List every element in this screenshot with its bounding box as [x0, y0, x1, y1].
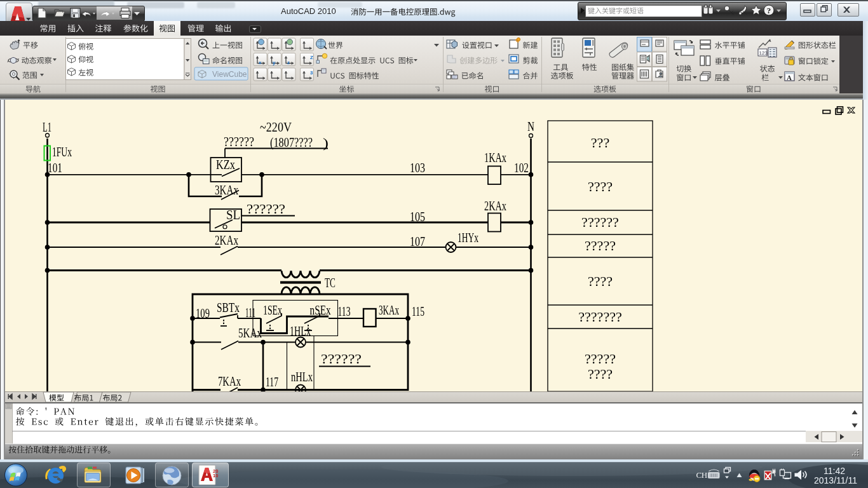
- svg-text:(1807????: (1807????: [270, 135, 313, 150]
- svg-text:7KAx: 7KAx: [218, 374, 241, 388]
- svg-text:1FUx: 1FUx: [52, 145, 72, 159]
- svg-text:???????: ???????: [578, 310, 622, 324]
- svg-text:3KAx: 3KAx: [215, 183, 238, 197]
- svg-text:??????: ??????: [247, 202, 285, 216]
- svg-text:2013/11/11: 2013/11/11: [814, 475, 857, 485]
- svg-text:101: 101: [48, 161, 62, 175]
- svg-text:??????: ??????: [224, 135, 254, 149]
- svg-text:2KAx: 2KAx: [215, 233, 238, 247]
- svg-text:109: 109: [196, 306, 210, 320]
- svg-text:117: 117: [266, 375, 278, 389]
- svg-text:CH: CH: [696, 470, 707, 480]
- svg-text:ViewCube: ViewCube: [212, 70, 247, 79]
- svg-text:Z: Z: [310, 55, 313, 60]
- svg-text:1HLx: 1HLx: [290, 324, 311, 338]
- svg-text:5KAx: 5KAx: [238, 326, 262, 340]
- svg-text:107: 107: [410, 234, 425, 248]
- svg-text:nHLx: nHLx: [291, 370, 313, 384]
- svg-text:????: ????: [588, 274, 613, 288]
- svg-text:3KAx: 3KAx: [379, 303, 399, 317]
- svg-text:?: ?: [767, 6, 771, 15]
- svg-text:SL: SL: [226, 208, 240, 222]
- svg-text:3: 3: [310, 70, 313, 76]
- svg-text:KZx: KZx: [216, 158, 235, 172]
- svg-text:TC: TC: [325, 276, 336, 290]
- svg-text:115: 115: [412, 304, 424, 318]
- svg-text:A: A: [787, 74, 792, 81]
- svg-text:N: N: [527, 119, 534, 133]
- svg-text:10: 10: [213, 473, 218, 478]
- svg-text:102: 102: [514, 161, 529, 175]
- svg-text:????: ????: [588, 180, 613, 194]
- svg-text:nSEx: nSEx: [310, 303, 331, 317]
- svg-text:x: x: [259, 60, 262, 65]
- svg-text:1HYx: 1HYx: [458, 231, 478, 245]
- svg-text:??????: ??????: [321, 352, 362, 366]
- svg-text:???: ???: [591, 136, 610, 150]
- svg-text:1SEx: 1SEx: [263, 303, 282, 317]
- svg-text:11:42: 11:42: [824, 466, 845, 476]
- svg-text:?????: ?????: [585, 239, 616, 253]
- svg-text:~220V: ~220V: [260, 120, 292, 134]
- svg-text:103: 103: [410, 161, 425, 175]
- svg-text:1KAx: 1KAx: [484, 151, 506, 165]
- svg-text:y: y: [273, 60, 276, 65]
- svg-text:SBTx: SBTx: [217, 301, 240, 315]
- svg-text:??????: ??????: [581, 215, 619, 229]
- svg-text:L1: L1: [43, 120, 51, 134]
- svg-text:z: z: [287, 60, 290, 65]
- svg-text:111: 111: [245, 306, 255, 320]
- svg-text:123: 123: [759, 50, 768, 56]
- svg-text:?????: ?????: [585, 352, 616, 366]
- svg-text:105: 105: [410, 210, 425, 224]
- svg-text:2KAx: 2KAx: [484, 199, 506, 213]
- svg-text:113: 113: [338, 304, 351, 318]
- svg-text:????: ????: [588, 367, 613, 381]
